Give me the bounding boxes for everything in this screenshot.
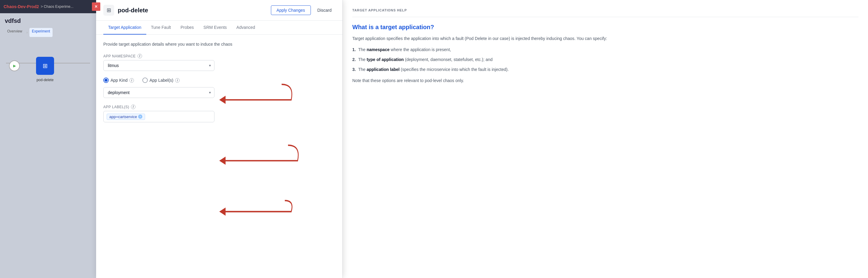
canvas-area: ▶ ⊞ pod-delete <box>0 39 96 99</box>
modal-actions: Apply Changes Discard <box>271 5 335 15</box>
app-kind-select-wrapper: deployment daemonset statefulset replica… <box>103 87 214 98</box>
modal-title: pod-delete <box>118 7 148 14</box>
list-num-2: 2. <box>352 56 356 63</box>
apply-changes-button[interactable]: Apply Changes <box>271 5 311 15</box>
app-labels-group: App Label(s) i app=cartservice × <box>103 105 335 122</box>
modal-body: Provide target application details where… <box>96 34 342 278</box>
arrows-overlay <box>96 34 342 278</box>
list-num-1: 1. <box>352 46 356 53</box>
app-labels-label-text: App Label(s) <box>103 105 129 109</box>
nav-breadcrumb: Overview › Experiment <box>0 26 96 39</box>
radio-app-kind-circle <box>103 78 109 83</box>
help-title: What is a target application? <box>352 23 858 31</box>
tab-advanced[interactable]: Advanced <box>231 21 260 34</box>
list-text-3: The application label (specifies the mic… <box>358 66 509 73</box>
help-bold-label: application label <box>367 67 400 72</box>
radio-app-labels-info-icon[interactable]: i <box>175 78 180 83</box>
experiment-title: vdfsd <box>0 13 96 26</box>
tab-target-application[interactable]: Target Application <box>103 21 146 34</box>
help-subtitle: TARGET APPLICATIONS HELP <box>352 8 858 12</box>
close-button[interactable]: × <box>92 2 100 11</box>
help-note: Note that these options are relevant to … <box>352 77 858 84</box>
list-text-1: The namespace where the application is p… <box>358 46 451 53</box>
flow-node-label: pod-delete <box>32 78 59 82</box>
left-panel: Chaos-Dev-Prod2 > Chaos Experime... × vd… <box>0 0 96 278</box>
radio-app-labels[interactable]: App Label(s) i <box>142 78 180 83</box>
radio-app-labels-label: App Label(s) <box>150 78 173 83</box>
modal-title-area: ⊞ pod-delete <box>103 5 148 16</box>
tag-value: app=cartservice <box>109 114 137 119</box>
app-namespace-select-wrapper: litmus default kube-system ▾ <box>103 60 214 71</box>
help-list: 1. The namespace where the application i… <box>352 46 858 73</box>
breadcrumb: > Chaos Experime... <box>40 4 73 9</box>
nav-separator: › <box>26 28 28 37</box>
help-bold-namespace: namespace <box>367 47 390 52</box>
app-kind-radio-group: App Kind i App Label(s) i deployment dae… <box>103 78 335 98</box>
tab-probes[interactable]: Probes <box>176 21 198 34</box>
app-kind-select[interactable]: deployment daemonset statefulset replica… <box>103 87 214 98</box>
radio-app-labels-circle <box>142 78 148 83</box>
flow-chaos-node[interactable]: ⊞ <box>36 57 54 75</box>
app-namespace-info-icon[interactable]: i <box>137 54 142 58</box>
app-namespace-label: App Namespace i <box>103 54 335 58</box>
app-labels-input[interactable]: app=cartservice × <box>103 111 214 122</box>
modal-icon: ⊞ <box>103 5 114 16</box>
list-text-2: The type of application (deployment, dae… <box>358 56 493 63</box>
radio-app-kind[interactable]: App Kind i <box>103 78 134 83</box>
tag-cartservice: app=cartservice × <box>106 114 145 120</box>
app-labels-label: App Label(s) i <box>103 105 335 109</box>
help-list-item-3: 3. The application label (specifies the … <box>352 66 858 73</box>
form-description: Provide target application details where… <box>103 42 335 47</box>
help-bold-type: type of application <box>367 57 404 62</box>
app-labels-info-icon[interactable]: i <box>131 105 135 109</box>
nav-experiment[interactable]: Experiment <box>29 28 53 37</box>
flow-start-node: ▶ <box>9 60 20 71</box>
discard-button[interactable]: Discard <box>314 6 335 15</box>
tag-remove-button[interactable]: × <box>138 114 142 119</box>
help-intro: Target application specifies the applica… <box>352 35 858 42</box>
help-panel: TARGET APPLICATIONS HELP What is a targe… <box>342 0 868 278</box>
modal: ⊞ pod-delete Apply Changes Discard Targe… <box>96 0 342 278</box>
help-list-item-2: 2. The type of application (deployment, … <box>352 56 858 63</box>
tab-tune-fault[interactable]: Tune Fault <box>146 21 176 34</box>
modal-tabs: Target Application Tune Fault Probes SRM… <box>96 21 342 34</box>
radio-options: App Kind i App Label(s) i <box>103 78 335 83</box>
top-header: Chaos-Dev-Prod2 > Chaos Experime... <box>0 0 96 13</box>
app-namespace-select[interactable]: litmus default kube-system <box>103 60 214 71</box>
help-list-item-1: 1. The namespace where the application i… <box>352 46 858 53</box>
app-namespace-group: App Namespace i litmus default kube-syst… <box>103 54 335 71</box>
help-divider <box>352 17 858 17</box>
radio-app-kind-info-icon[interactable]: i <box>129 78 134 83</box>
list-num-3: 3. <box>352 66 356 73</box>
radio-app-kind-label: App Kind <box>111 78 128 83</box>
chaos-logo: Chaos-Dev-Prod2 <box>4 4 39 9</box>
app-namespace-label-text: App Namespace <box>103 54 136 58</box>
modal-header: ⊞ pod-delete Apply Changes Discard <box>96 0 342 21</box>
nav-overview[interactable]: Overview <box>5 28 25 37</box>
tab-srm-events[interactable]: SRM Events <box>198 21 231 34</box>
